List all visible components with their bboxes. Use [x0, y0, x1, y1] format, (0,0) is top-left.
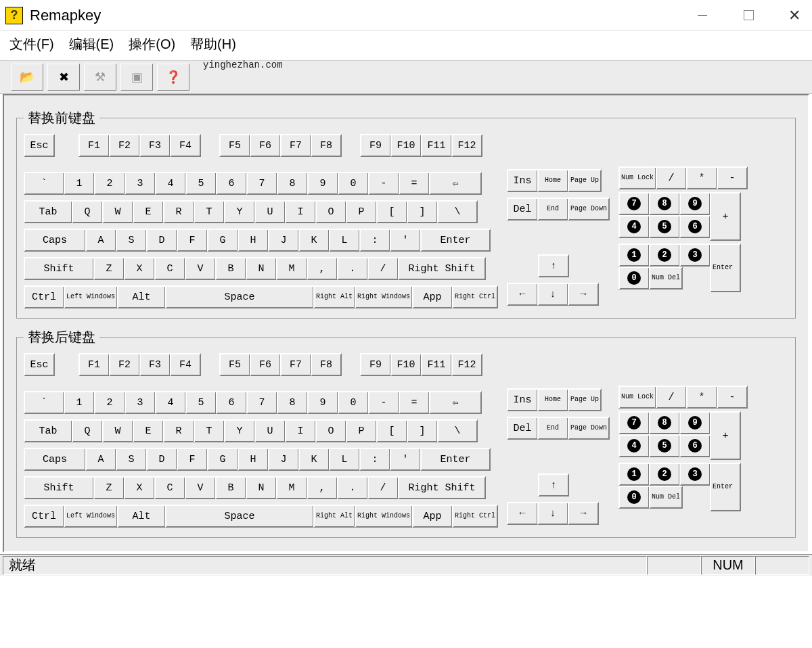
key-enter[interactable]: Enter — [420, 448, 491, 471]
key-m[interactable]: M — [276, 257, 307, 280]
key-c[interactable]: C — [154, 476, 185, 499]
key-kpslash[interactable]: / — [656, 386, 687, 409]
key-kpdel[interactable]: Num Del — [649, 267, 683, 290]
key-r[interactable]: R — [163, 200, 194, 223]
key-f9[interactable]: F9 — [360, 353, 391, 376]
key-n5[interactable]: 5 — [185, 391, 217, 414]
key-kpplus[interactable]: + — [710, 192, 741, 241]
key-tab[interactable]: Tab — [24, 200, 72, 223]
key-rshift[interactable]: Right Shift — [398, 476, 486, 499]
key-kpdel[interactable]: Num Del — [649, 486, 683, 509]
key-f4[interactable]: F4 — [170, 353, 201, 376]
key-f[interactable]: F — [177, 229, 208, 252]
key-left[interactable]: ← — [507, 283, 538, 306]
key-d[interactable]: D — [146, 229, 177, 252]
key-numlock[interactable]: Num Lock — [618, 166, 656, 189]
maximize-button[interactable] — [736, 3, 761, 28]
key-comma[interactable]: , — [307, 257, 338, 280]
key-kpminus[interactable]: - — [717, 386, 748, 409]
key-bksp[interactable]: ⇦ — [429, 391, 482, 414]
key-w[interactable]: W — [102, 419, 133, 442]
key-w[interactable]: W — [102, 200, 133, 223]
key-minus[interactable]: - — [368, 391, 399, 414]
key-f12[interactable]: F12 — [451, 134, 482, 157]
key-esc[interactable]: Esc — [24, 353, 55, 376]
key-f2[interactable]: F2 — [109, 353, 140, 376]
key-lalt[interactable]: Alt — [117, 285, 166, 308]
key-y[interactable]: Y — [224, 419, 255, 442]
key-n4[interactable]: 4 — [155, 391, 186, 414]
key-a[interactable]: A — [85, 448, 116, 471]
key-v[interactable]: V — [185, 257, 216, 280]
key-s[interactable]: S — [116, 448, 147, 471]
key-n6[interactable]: 6 — [216, 391, 247, 414]
key-down[interactable]: ↓ — [537, 502, 568, 525]
key-kpstar[interactable]: * — [686, 166, 717, 189]
key-f11[interactable]: F11 — [421, 353, 452, 376]
key-pgup[interactable]: Page Up — [568, 388, 602, 411]
key-home[interactable]: Home — [537, 388, 568, 411]
key-j[interactable]: J — [268, 229, 299, 252]
key-pgdn[interactable]: Page Down — [568, 417, 610, 440]
key-kp6[interactable]: 6 — [679, 434, 710, 457]
key-n3[interactable]: 3 — [125, 172, 156, 195]
key-right[interactable]: → — [568, 502, 599, 525]
key-o[interactable]: O — [315, 200, 346, 223]
key-f7[interactable]: F7 — [280, 134, 311, 157]
key-ralt[interactable]: Right Alt — [313, 285, 355, 308]
key-n7[interactable]: 7 — [246, 172, 277, 195]
key-del[interactable]: Del — [507, 198, 538, 221]
key-kpslash[interactable]: / — [656, 166, 687, 189]
key-f9[interactable]: F9 — [360, 134, 391, 157]
key-kp6[interactable]: 6 — [679, 215, 710, 238]
key-space[interactable]: Space — [165, 285, 314, 308]
key-e[interactable]: E — [133, 200, 164, 223]
key-f[interactable]: F — [177, 448, 208, 471]
key-p[interactable]: P — [346, 200, 377, 223]
key-r[interactable]: R — [163, 419, 194, 442]
key-n2[interactable]: 2 — [94, 391, 125, 414]
key-p[interactable]: P — [346, 419, 377, 442]
key-esc[interactable]: Esc — [24, 134, 55, 157]
key-o[interactable]: O — [315, 419, 346, 442]
key-lbr[interactable]: [ — [376, 200, 407, 223]
key-f6[interactable]: F6 — [250, 134, 281, 157]
key-t[interactable]: T — [194, 200, 225, 223]
key-bslash[interactable]: \ — [437, 200, 478, 223]
key-space[interactable]: Space — [165, 505, 314, 528]
key-lctrl[interactable]: Ctrl — [24, 285, 64, 308]
key-rbr[interactable]: ] — [407, 200, 438, 223]
key-kp9[interactable]: 9 — [679, 192, 710, 215]
key-rbr[interactable]: ] — [407, 419, 438, 442]
key-u[interactable]: U — [254, 419, 286, 442]
key-left[interactable]: ← — [507, 502, 538, 525]
key-grave[interactable]: ` — [24, 172, 64, 195]
key-dot[interactable]: . — [337, 476, 368, 499]
key-n0[interactable]: 0 — [338, 391, 369, 414]
key-rshift[interactable]: Right Shift — [398, 257, 486, 280]
key-l[interactable]: L — [329, 448, 360, 471]
key-kp7[interactable]: 7 — [618, 192, 650, 215]
key-f1[interactable]: F1 — [78, 353, 110, 376]
key-z[interactable]: Z — [93, 476, 125, 499]
key-kp5[interactable]: 5 — [649, 215, 680, 238]
key-pgdn[interactable]: Page Down — [568, 198, 610, 221]
key-n5[interactable]: 5 — [185, 172, 217, 195]
key-bksp[interactable]: ⇦ — [429, 172, 482, 195]
key-up[interactable]: ↑ — [538, 473, 569, 496]
key-n[interactable]: N — [246, 476, 277, 499]
key-h[interactable]: H — [238, 448, 269, 471]
key-scol[interactable]: : — [359, 229, 390, 252]
key-f6[interactable]: F6 — [250, 353, 281, 376]
key-e[interactable]: E — [133, 419, 164, 442]
key-enter[interactable]: Enter — [420, 229, 491, 252]
key-b[interactable]: B — [215, 476, 246, 499]
key-rctrl[interactable]: Right Ctrl — [452, 285, 498, 308]
key-c[interactable]: C — [154, 257, 185, 280]
key-equal[interactable]: = — [399, 172, 430, 195]
key-f3[interactable]: F3 — [139, 134, 171, 157]
key-slash[interactable]: / — [367, 476, 399, 499]
key-caps[interactable]: Caps — [24, 229, 86, 252]
key-n7[interactable]: 7 — [246, 391, 277, 414]
key-kpminus[interactable]: - — [717, 166, 748, 189]
